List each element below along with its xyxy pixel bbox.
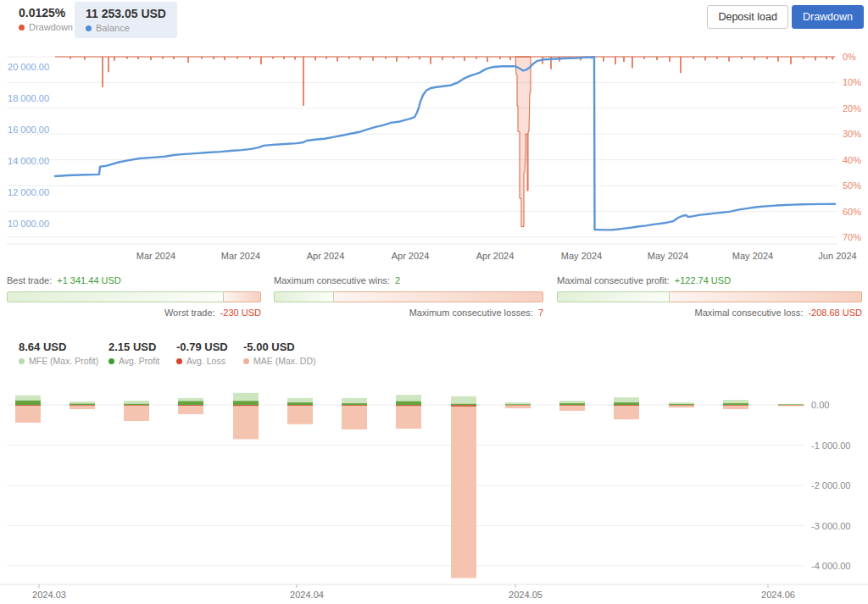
- avg-loss-bar: [451, 405, 476, 407]
- x-axis-label: 2024.04: [290, 590, 324, 600]
- avg-loss-bar: [15, 405, 41, 406]
- mfe-mae-chart[interactable]: 0.00-1 000.00-2 000.00-3 000.00-4 000.00…: [0, 373, 868, 604]
- consecutive-losses-label: Maximum consecutive losses:: [409, 308, 533, 318]
- consecutive-losses-line: Maximum consecutive losses: 7: [274, 308, 543, 318]
- x-axis-label: 2024.03: [32, 590, 66, 600]
- consecutive-profit-label: Maximal consecutive profit:: [557, 275, 670, 285]
- drawdown-line: [55, 57, 835, 106]
- avg-profit-bar: [124, 404, 149, 405]
- y-axis-right-label: 10%: [843, 77, 861, 87]
- best-worst-trade-bar: [7, 291, 261, 302]
- avg-loss-bar: [723, 405, 748, 406]
- avg-profit-bar: [451, 404, 476, 405]
- stat-value: 2.15 USD: [108, 341, 159, 353]
- avg-loss-bar: [233, 405, 259, 406]
- y-axis-left-label: 10 000.00: [8, 219, 49, 229]
- y-axis-label: -4 000.00: [811, 561, 850, 571]
- mae-bar: [124, 405, 149, 421]
- avg-loss-bar: [342, 405, 367, 406]
- mae-bar: [505, 405, 531, 408]
- mae-bar: [178, 405, 203, 414]
- x-axis-label: May 2024: [732, 251, 773, 261]
- legend-dot-icon: [243, 358, 249, 364]
- y-axis-label: 0.00: [811, 400, 829, 410]
- x-axis-label: 2024.06: [761, 590, 795, 600]
- stat-legend: Avg. Loss: [176, 356, 228, 366]
- x-axis-label: Apr 2024: [476, 251, 515, 261]
- x-axis-label: Apr 2024: [307, 251, 345, 261]
- consecutive-wins-label: Maximum consecutive wins:: [274, 275, 390, 285]
- avg-loss-bar: [70, 405, 95, 406]
- stat-value: -0.79 USD: [176, 341, 228, 353]
- avg-profit-bar: [669, 404, 694, 405]
- y-axis-left-label: 20 000.00: [8, 62, 49, 72]
- stat-value: -5.00 USD: [243, 341, 316, 353]
- mae-bar: [342, 405, 367, 429]
- balance-drawdown-chart[interactable]: 20 000.0018 000.0016 000.0014 000.0012 0…: [0, 0, 868, 271]
- mae-bar: [233, 405, 259, 439]
- mae-bar: [396, 405, 421, 429]
- x-axis-label: Jun 2024: [818, 251, 856, 261]
- mfe-mae-stat-1: 2.15 USDAvg. Profit: [108, 341, 159, 366]
- consecutive-wins-group: Maximum consecutive wins: 2 Maximum cons…: [274, 275, 543, 319]
- backtest-report-page: 0.0125% Drawdown 11 253.05 USD Balance D…: [0, 0, 868, 604]
- consecutive-loss-line: Maximal consecutive loss: -208.68 USD: [557, 308, 862, 318]
- consecutive-wins-line: Maximum consecutive wins: 2: [274, 275, 543, 287]
- x-axis-label: May 2024: [561, 251, 602, 261]
- avg-loss-bar: [559, 405, 585, 406]
- y-axis-right-label: 30%: [843, 129, 861, 139]
- avg-profit-bar: [287, 402, 313, 405]
- avg-profit-bar: [723, 403, 748, 405]
- avg-profit-bar: [396, 402, 421, 405]
- mae-bar: [287, 405, 313, 424]
- avg-profit-bar: [614, 402, 639, 405]
- stat-label: Avg. Loss: [186, 356, 225, 366]
- consecutive-profit-bar: [557, 291, 862, 302]
- consecutive-profit-line: Maximal consecutive profit: +122.74 USD: [557, 275, 862, 287]
- avg-loss-bar: [669, 405, 694, 406]
- drawdown-big-spike: [515, 57, 531, 227]
- avg-profit-bar: [505, 404, 531, 405]
- y-axis-left-label: 16 000.00: [8, 125, 49, 135]
- avg-profit-bar: [559, 403, 585, 405]
- y-axis-left-label: 12 000.00: [8, 187, 49, 197]
- worst-trade-value: -230 USD: [220, 308, 261, 318]
- worst-trade-label: Worst trade:: [164, 308, 215, 318]
- y-axis-left-label: 14 000.00: [8, 156, 49, 166]
- stat-value: 8.64 USD: [19, 341, 98, 353]
- mfe-mae-stat-0: 8.64 USDMFE (Max. Profit): [19, 341, 98, 366]
- y-axis-label: -3 000.00: [811, 521, 850, 531]
- avg-loss-bar: [396, 405, 421, 406]
- mfe-bar: [451, 396, 476, 405]
- y-axis-right-label: 70%: [843, 232, 861, 242]
- stat-legend: MFE (Max. Profit): [19, 356, 98, 366]
- worst-trade-bar-segment: [224, 291, 261, 302]
- mae-bar: [559, 405, 585, 411]
- avg-loss-bar: [614, 405, 639, 406]
- consecutive-loss-value: -208.68 USD: [808, 308, 862, 318]
- y-axis-left-label: 18 000.00: [8, 93, 49, 103]
- consecutive-loss-label: Maximal consecutive loss:: [695, 308, 804, 318]
- x-axis-label: Mar 2024: [221, 251, 260, 261]
- consecutive-wins-bar-segment: [274, 291, 334, 302]
- stat-label: MAE (Max. DD): [253, 356, 316, 366]
- mfe-mae-stat-3: -5.00 USDMAE (Max. DD): [243, 341, 316, 366]
- avg-profit-bar: [778, 405, 804, 406]
- consecutive-wins-bar: [274, 291, 543, 302]
- avg-profit-bar: [233, 401, 259, 405]
- x-axis-label: Apr 2024: [392, 251, 430, 261]
- avg-loss-bar: [505, 405, 531, 406]
- y-axis-right-label: 40%: [843, 155, 861, 165]
- mae-bar: [614, 405, 639, 419]
- best-trade-label: Best trade:: [7, 275, 52, 285]
- y-axis-right-label: 60%: [843, 207, 861, 217]
- consecutive-loss-bar-segment: [670, 291, 862, 302]
- stat-legend: Avg. Profit: [108, 356, 159, 366]
- consecutive-profit-value: +122.74 USD: [675, 275, 731, 285]
- best-worst-trade-group: Best trade: +1 341.44 USD Worst trade: -…: [7, 275, 261, 319]
- x-axis-label: May 2024: [648, 251, 688, 261]
- legend-dot-icon: [108, 358, 114, 364]
- y-axis-right-label: 0%: [843, 52, 856, 62]
- consecutive-losses-bar-segment: [334, 291, 543, 302]
- avg-loss-bar: [287, 405, 313, 406]
